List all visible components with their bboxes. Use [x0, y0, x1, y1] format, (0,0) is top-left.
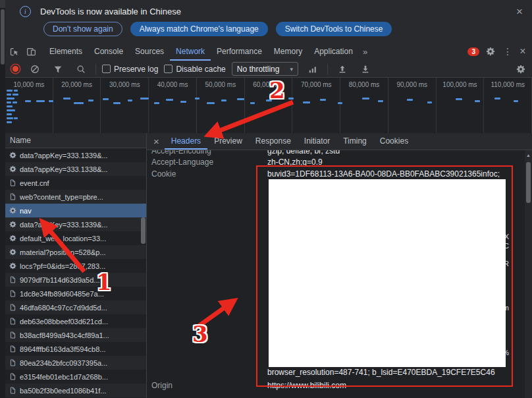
scrollbar-cap [0, 0, 5, 8]
request-row[interactable]: 9079df7b114d63d9a5d... [5, 273, 146, 287]
header-name: Origin [151, 381, 267, 390]
details-tab-initiator[interactable]: Initiator [298, 133, 336, 150]
timeline-label: 40,000 ms [149, 78, 197, 133]
page-scrollbar[interactable] [0, 0, 5, 398]
devtools-tabbar: ElementsConsoleSourcesNetworkPerformance… [5, 42, 532, 61]
details-tab-cookies[interactable]: Cookies [373, 133, 415, 150]
timeline-request-bar [103, 98, 109, 100]
match-chrome-language-button[interactable]: Always match Chrome's language [130, 22, 268, 36]
devtools-close-icon[interactable]: × [516, 43, 529, 60]
timeline-label: 60,000 ms [245, 78, 293, 133]
infobar-message: DevTools is now available in Chinese [40, 7, 181, 16]
document-request-icon [9, 387, 16, 394]
search-icon[interactable] [72, 61, 90, 78]
page-scrollbar-thumb[interactable] [1, 9, 5, 65]
checkbox-box[interactable] [102, 65, 111, 73]
import-har-icon[interactable] [334, 61, 351, 78]
timeline-request-bar [113, 102, 120, 104]
preserve-log-checkbox[interactable]: Preserve log [102, 65, 158, 74]
cookie-header-row: Cookie buvid3=1DF68113-13A6-BA00-08DA-BB… [147, 168, 524, 378]
tab-memory[interactable]: Memory [268, 43, 308, 61]
cookie-redacted-area: XCRm4% [267, 179, 510, 368]
clear-icon[interactable] [26, 61, 43, 78]
tab-console[interactable]: Console [88, 43, 129, 61]
disable-cache-label: Disable cache [176, 65, 225, 74]
more-tabs-icon[interactable]: » [359, 47, 371, 57]
xhr-request-icon [9, 152, 16, 159]
network-conditions-icon[interactable] [304, 61, 321, 78]
request-row[interactable]: data?appKey=333.1338&... [5, 162, 146, 176]
scroll-up-icon[interactable]: ▲ [525, 150, 532, 157]
request-row[interactable]: locs?pf=0&ids=2837,283... [5, 259, 146, 273]
infobar-close-icon[interactable]: × [516, 5, 523, 18]
redaction-box [269, 179, 506, 367]
details-tabbar: × HeadersPreviewResponseInitiatorTimingC… [147, 133, 532, 150]
divider [327, 64, 328, 74]
details-scrollbar-thumb[interactable] [526, 162, 531, 203]
timeline-request-bar [7, 94, 11, 96]
timeline-request-bar [7, 109, 15, 111]
tab-sources[interactable]: Sources [129, 43, 170, 61]
header-row: Accept-Language zh-CN,zh;q=0.9 [147, 156, 524, 168]
request-row[interactable]: web?content_type=pbre... [5, 190, 146, 204]
request-row[interactable]: ba50b2f3b0eed1086b41f... [5, 384, 146, 397]
timeline-label: 80,000 ms [340, 78, 388, 133]
details-scrollbar[interactable]: ▲ [525, 150, 532, 398]
throttling-select[interactable]: No throttling ▾ [232, 62, 298, 76]
name-column-header[interactable]: Name [5, 133, 146, 148]
header-row: Origin https://www.bilibili.com [147, 378, 524, 391]
settings-gear-icon[interactable] [482, 43, 499, 60]
details-tab-headers[interactable]: Headers [165, 133, 207, 150]
record-icon[interactable] [13, 66, 18, 72]
tab-application[interactable]: Application [308, 43, 359, 61]
document-request-icon [9, 318, 16, 325]
device-toolbar-icon[interactable] [22, 43, 40, 60]
xhr-request-icon [9, 262, 16, 270]
network-settings-gear-icon[interactable] [512, 61, 529, 78]
request-row[interactable]: nav [5, 204, 146, 217]
request-list-scrollbar-thumb[interactable] [141, 217, 146, 244]
request-name: 9079df7b114d63d9a5d... [20, 276, 100, 284]
request-row[interactable]: deb63e08bbeef03d621cd... [5, 314, 146, 328]
request-row[interactable]: 46dfa6804c97cc7d9dd5d... [5, 300, 146, 314]
tab-performance[interactable]: Performance [211, 43, 268, 61]
timeline-request-bar [13, 94, 18, 96]
switch-devtools-chinese-button[interactable]: Switch DevTools to Chinese [276, 22, 392, 36]
timeline-request-bar [14, 90, 18, 92]
network-overview-timeline[interactable]: 10,000 ms20,000 ms30,000 ms40,000 ms50,0… [5, 78, 532, 134]
details-tab-preview[interactable]: Preview [207, 133, 249, 150]
timeline-request-bar [221, 100, 226, 101]
info-icon: i [20, 6, 31, 17]
timeline-request-bar [195, 98, 200, 100]
request-row[interactable]: 80ea234b2bfcc0937395a... [5, 356, 146, 370]
preserve-log-label: Preserve log [114, 65, 158, 74]
tab-network[interactable]: Network [170, 43, 211, 61]
inspect-element-icon[interactable] [5, 43, 22, 60]
export-har-icon[interactable] [357, 61, 374, 78]
request-row[interactable]: data?appKey=333.1339&... [5, 217, 146, 231]
details-close-icon[interactable]: × [151, 136, 165, 147]
timeline-request-bar [14, 117, 18, 119]
request-name: material?position=528&p... [20, 248, 106, 256]
request-row[interactable]: material?position=528&p... [5, 245, 146, 259]
request-name: default_web_location=33... [20, 235, 106, 242]
details-tab-timing[interactable]: Timing [336, 133, 373, 150]
request-row[interactable]: e3154feb01ebc1d7a268b... [5, 370, 146, 384]
request-row[interactable]: 1dc8e34fb89d60485e7a... [5, 287, 146, 300]
disable-cache-checkbox[interactable]: Disable cache [164, 65, 225, 74]
request-name: deb63e08bbeef03d621cd... [20, 318, 108, 326]
dont-show-again-button[interactable]: Don't show again [43, 22, 122, 36]
filter-icon[interactable] [49, 61, 66, 78]
request-row[interactable]: data?appKey=333.1339&... [5, 148, 146, 162]
error-badge[interactable]: 3 [467, 47, 479, 56]
timeline-request-bar [303, 101, 310, 103]
request-row[interactable]: b38acf8499a943c4cf89a1... [5, 328, 146, 342]
checkbox-box[interactable] [164, 65, 173, 73]
request-name: data?appKey=333.1338&... [20, 165, 108, 173]
request-row[interactable]: event.cnf [5, 176, 146, 190]
kebab-menu-icon[interactable]: ⋮ [502, 43, 514, 60]
request-row[interactable]: 8964fffb6163da3f594cb8... [5, 342, 146, 356]
tab-elements[interactable]: Elements [43, 43, 88, 61]
details-tab-response[interactable]: Response [249, 133, 298, 150]
request-row[interactable]: default_web_location=33... [5, 231, 146, 245]
